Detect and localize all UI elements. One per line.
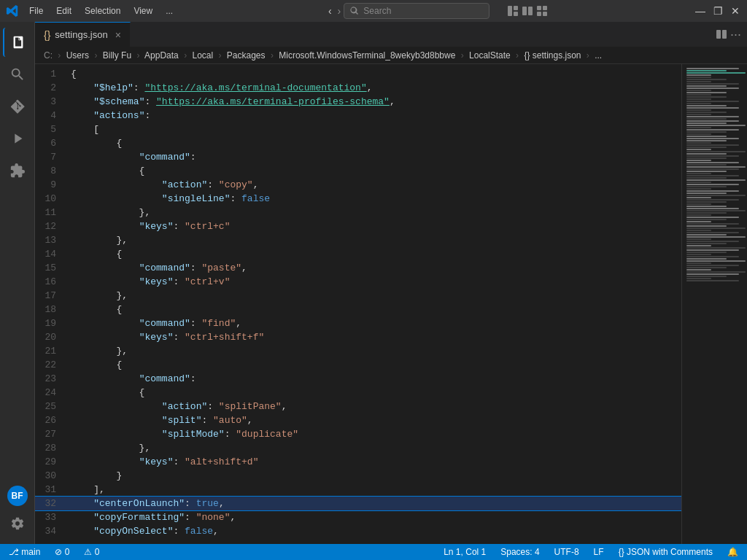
breadcrumb-billyfu[interactable]: Billy Fu [103,50,131,61]
more-tab-options[interactable]: ··· [730,27,741,42]
code-line-13: 13 }, [35,233,681,247]
svg-rect-3 [522,7,527,15]
breadcrumb-settings-json[interactable]: {} settings.json [524,50,581,61]
git-branch-icon: ⎇ [9,547,21,557]
tab-file-icon: {} [44,29,50,41]
code-line-2: 2 "$help": "https://aka.ms/terminal-docu… [35,81,681,95]
activity-extensions[interactable] [3,156,32,185]
settings-icon[interactable] [3,509,32,538]
svg-rect-10 [722,30,727,39]
title-bar-center: ‹ › Search [179,3,694,19]
line-ending[interactable]: LF [591,547,607,557]
warnings-status[interactable]: ⚠ 0 [81,547,102,557]
line-number: 12 [35,219,68,233]
code-editor[interactable]: 1{2 "$help": "https://aka.ms/terminal-do… [35,64,681,544]
breadcrumb-local[interactable]: Local [192,50,213,61]
code-line-34: 34 "copyOnSelect": false, [35,524,681,538]
line-number: 31 [35,483,68,497]
code-line-7: 7 "command": [35,150,681,164]
menu-view[interactable]: View [128,3,158,19]
split-editor-icon[interactable] [522,5,533,17]
nav-forward-button[interactable]: › [335,4,344,18]
code-line-33: 33 "copyFormatting": "none", [35,510,681,524]
code-content: "copyOnSelect": false, [68,524,681,538]
git-branch-name: main [21,547,40,557]
line-number: 27 [35,427,68,441]
indentation[interactable]: Spaces: 4 [498,547,542,557]
code-content: ], [68,483,681,497]
code-line-14: 14 { [35,247,681,261]
line-number: 24 [35,386,68,400]
breadcrumb-localstate[interactable]: LocalState [469,50,511,61]
code-content: }, [68,233,681,247]
code-line-19: 19 "command": "find", [35,316,681,330]
line-number: 1 [35,67,68,81]
errors-status[interactable]: ⊘ 0 [52,547,72,557]
breadcrumb-appdata[interactable]: AppData [144,50,179,61]
code-content: "command": [68,372,681,386]
warning-count: 0 [95,547,100,557]
warning-icon: ⚠ [84,547,94,557]
line-number: 21 [35,344,68,358]
line-number: 8 [35,164,68,178]
code-line-21: 21 }, [35,344,681,358]
menu-edit[interactable]: Edit [50,3,77,19]
layout-icon[interactable] [507,5,519,17]
split-editor-tab-icon[interactable] [716,28,727,40]
svg-rect-2 [514,12,518,16]
line-number: 28 [35,441,68,455]
line-number: 29 [35,455,68,469]
code-content: }, [68,289,681,303]
git-branch-status[interactable]: ⎇ main [6,547,43,557]
cursor-position[interactable]: Ln 1, Col 1 [441,547,489,557]
encoding[interactable]: UTF-8 [551,547,582,557]
minimize-button[interactable]: — [694,5,706,17]
line-number: 25 [35,400,68,413]
svg-rect-1 [514,6,518,10]
main-layout: BF {} settings.json × ··· [0,22,747,544]
code-line-16: 16 "keys": "ctrl+v" [35,275,681,289]
breadcrumb-packages[interactable]: Packages [227,50,266,61]
notification-bell[interactable]: 🔔 [724,547,741,557]
svg-rect-8 [543,12,547,16]
menu-more[interactable]: ... [160,3,179,19]
code-content: { [68,358,681,372]
code-line-15: 15 "command": "paste", [35,261,681,275]
user-avatar[interactable]: BF [7,486,28,506]
maximize-button[interactable]: ❐ [712,5,724,17]
activity-search[interactable] [3,60,32,89]
activity-run[interactable] [3,124,32,153]
search-box[interactable]: Search [344,3,489,19]
code-content: }, [68,206,681,219]
menu-selection[interactable]: Selection [79,3,126,19]
vscode-logo-icon [6,4,19,18]
code-content: "centerOnLaunch": true, [68,497,681,510]
minimap[interactable] [681,64,747,544]
code-line-5: 5 [ [35,122,681,136]
tab-settings-json[interactable]: {} settings.json × [35,22,131,47]
code-content: "keys": "ctrl+shift+f" [68,330,681,344]
tab-bar-right: ··· [716,22,747,47]
code-line-29: 29 "keys": "alt+shift+d" [35,455,681,469]
title-bar: File Edit Selection View ... ‹ › Search [0,0,747,22]
tab-filename: settings.json [55,29,107,40]
line-number: 7 [35,150,68,164]
line-number: 18 [35,303,68,316]
breadcrumb-terminal-pkg[interactable]: Microsoft.WindowsTerminal_8wekyb3d8bbwe [279,50,455,61]
code-wrapper: 1{2 "$help": "https://aka.ms/terminal-do… [35,64,747,544]
close-button[interactable]: ✕ [729,5,741,17]
language-mode[interactable]: {} JSON with Comments [616,547,716,557]
tab-close-button[interactable]: × [115,29,121,41]
code-line-31: 31 ], [35,483,681,497]
nav-back-button[interactable]: ‹ [325,4,335,18]
breadcrumb-users[interactable]: Users [66,50,89,61]
menu-file[interactable]: File [23,3,49,19]
customize-layout-icon[interactable] [536,5,548,17]
activity-git[interactable] [3,92,32,121]
line-number: 16 [35,275,68,289]
breadcrumb-ellipsis[interactable]: ... [595,50,602,61]
code-line-25: 25 "action": "splitPane", [35,400,681,413]
activity-explorer[interactable] [3,28,32,57]
code-line-12: 12 "keys": "ctrl+c" [35,219,681,233]
code-line-20: 20 "keys": "ctrl+shift+f" [35,330,681,344]
